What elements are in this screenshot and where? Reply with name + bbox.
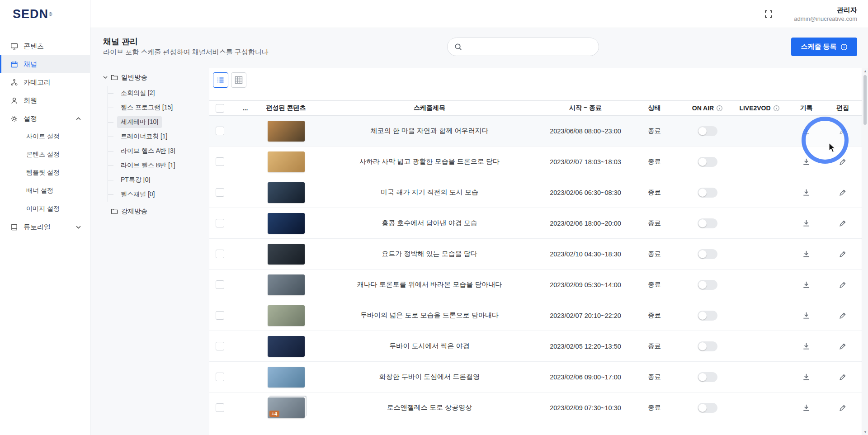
- row-status: 종료: [624, 219, 685, 227]
- row-checkbox[interactable]: [216, 280, 224, 289]
- info-icon[interactable]: [716, 105, 723, 112]
- tree-item[interactable]: 소회의실 [2]: [108, 86, 203, 100]
- schedule-register-button[interactable]: 스케줄 등록: [791, 38, 857, 56]
- row-thumbnail[interactable]: [268, 121, 305, 142]
- table-row[interactable]: 체코의 한 마을 자연과 함께 어우러지다 2023/06/08 08:00~2…: [209, 116, 862, 147]
- row-title: 요트가 정박해 있는 모습을 담다: [312, 250, 547, 258]
- edit-button[interactable]: [837, 156, 849, 168]
- row-checkbox[interactable]: [216, 250, 224, 258]
- record-download-button[interactable]: [800, 125, 812, 137]
- onair-toggle[interactable]: [698, 403, 717, 413]
- row-checkbox[interactable]: [216, 219, 224, 227]
- tree-root-general[interactable]: 일반방송: [103, 72, 203, 82]
- record-download-button[interactable]: [800, 371, 812, 383]
- sidebar-sub-item-label: 콘텐츠 설정: [26, 151, 60, 159]
- onair-toggle[interactable]: [698, 280, 717, 290]
- tree-root-forced[interactable]: 강제방송: [103, 206, 203, 216]
- row-thumbnail[interactable]: [268, 305, 305, 326]
- row-thumbnail[interactable]: +4: [268, 397, 305, 418]
- row-thumbnail[interactable]: [268, 367, 305, 388]
- column-header-ellipsis[interactable]: ...: [231, 104, 260, 112]
- grid-view-button[interactable]: [231, 72, 246, 88]
- edit-button[interactable]: [837, 402, 849, 414]
- row-checkbox[interactable]: [216, 127, 224, 135]
- tree-item[interactable]: PT특강 [0]: [108, 173, 203, 187]
- row-checkbox[interactable]: [216, 311, 224, 320]
- sidebar-sub-item[interactable]: 배너 설정: [0, 182, 90, 200]
- search-input[interactable]: [466, 38, 599, 56]
- edit-button[interactable]: [837, 340, 849, 352]
- table-row[interactable]: 두바이 도시에서 찍은 야경 2023/02/05 12:20~13:50 종료: [209, 331, 862, 362]
- table-row[interactable]: 미국 해가 지기 직전의 도시 모습 2023/02/06 06:30~08:3…: [209, 177, 862, 208]
- table-row[interactable]: 화창한 두바이 도심에서 드론촬영 2023/02/06 09:00~17:00…: [209, 362, 862, 392]
- pencil-icon: [839, 250, 847, 258]
- table-row[interactable]: 두바이의 넓은 도로 모습을 드론으로 담아내다 2023/02/07 20:1…: [209, 300, 862, 331]
- tree-item[interactable]: 헬스채널 [0]: [108, 187, 203, 202]
- tree-item[interactable]: 세계테마 [10]: [108, 115, 203, 129]
- row-checkbox[interactable]: [216, 188, 224, 197]
- edit-button[interactable]: [837, 218, 849, 229]
- scrollbar-thumb[interactable]: [863, 75, 867, 125]
- table-row[interactable]: 홍콩 호수에서 담아낸 야경 모습 2023/02/06 18:00~20:00…: [209, 208, 862, 239]
- edit-button[interactable]: [837, 187, 849, 199]
- onair-toggle[interactable]: [698, 372, 717, 382]
- record-download-button[interactable]: [800, 248, 812, 260]
- table-header-row: ... 편성된 콘텐츠 스케줄제목 시작 ~ 종료 상태 ON AIR LIVE…: [209, 100, 862, 116]
- record-download-button[interactable]: [800, 402, 812, 414]
- table-row[interactable]: 사하라 사막 넓고 광활한 모습을 드론으로 담다 2023/02/07 18:…: [209, 147, 862, 177]
- sidebar-item-category[interactable]: 카테고리: [0, 73, 90, 91]
- row-checkbox[interactable]: [216, 157, 224, 166]
- onair-toggle[interactable]: [698, 126, 717, 136]
- row-thumbnail[interactable]: [268, 244, 305, 265]
- edit-button[interactable]: [837, 248, 849, 260]
- row-thumbnail[interactable]: [268, 182, 305, 203]
- scroll-down-arrow[interactable]: ▼: [862, 429, 868, 435]
- sidebar-sub-item[interactable]: 콘텐츠 설정: [0, 146, 90, 164]
- row-checkbox[interactable]: [216, 373, 224, 381]
- tree-item[interactable]: 라이브 헬스 A반 [3]: [108, 144, 203, 158]
- info-icon[interactable]: [773, 105, 780, 112]
- record-download-button[interactable]: [800, 217, 812, 229]
- record-download-button[interactable]: [800, 340, 812, 352]
- onair-toggle[interactable]: [698, 188, 717, 198]
- record-download-button[interactable]: [800, 309, 812, 322]
- record-download-button[interactable]: [800, 156, 812, 168]
- sidebar-sub-item[interactable]: 템플릿 설정: [0, 164, 90, 182]
- download-icon: [802, 127, 811, 135]
- onair-toggle[interactable]: [698, 249, 717, 259]
- scroll-up-arrow[interactable]: ▲: [862, 68, 868, 74]
- edit-button[interactable]: [837, 310, 849, 322]
- sidebar-item-contents[interactable]: 콘텐츠: [0, 37, 90, 55]
- onair-toggle[interactable]: [698, 311, 717, 321]
- tree-item[interactable]: 헬스 프로그램 [15]: [108, 100, 203, 115]
- table-row[interactable]: +4 로스앤젤레스 도로 상공영상 2023/02/09 07:30~10:30…: [209, 392, 862, 423]
- sidebar-item-settings[interactable]: 설정: [0, 109, 90, 128]
- record-download-button[interactable]: [800, 186, 812, 199]
- select-all-checkbox[interactable]: [216, 104, 224, 113]
- onair-toggle[interactable]: [698, 218, 717, 228]
- table-row[interactable]: 캐나다 토론토를 위에서 바라본 모습을 담아내다 2023/02/09 05:…: [209, 270, 862, 300]
- row-checkbox[interactable]: [216, 403, 224, 412]
- edit-button[interactable]: [837, 125, 849, 137]
- edit-button[interactable]: [837, 371, 849, 383]
- sidebar-item-tutorial[interactable]: 튜토리얼: [0, 218, 90, 236]
- tree-item[interactable]: 트레이너코칭 [1]: [108, 129, 203, 144]
- sidebar-sub-item[interactable]: 사이트 설정: [0, 128, 90, 146]
- table-row[interactable]: 요트가 정박해 있는 모습을 담다 2023/02/10 04:30~18:30…: [209, 239, 862, 270]
- column-header-content: 편성된 콘텐츠: [260, 104, 312, 112]
- row-checkbox[interactable]: [216, 342, 224, 350]
- onair-toggle[interactable]: [698, 157, 717, 167]
- row-thumbnail[interactable]: [268, 151, 305, 172]
- row-thumbnail[interactable]: [268, 274, 305, 295]
- onair-toggle[interactable]: [698, 341, 717, 351]
- edit-button[interactable]: [837, 279, 849, 291]
- record-download-button[interactable]: [800, 279, 812, 291]
- fullscreen-button[interactable]: [764, 9, 773, 19]
- sidebar-item-members[interactable]: 회원: [0, 91, 90, 109]
- row-thumbnail[interactable]: [268, 336, 305, 357]
- sidebar-sub-item[interactable]: 이미지 설정: [0, 200, 90, 218]
- tree-item[interactable]: 라이브 헬스 B반 [1]: [108, 158, 203, 173]
- row-thumbnail[interactable]: [268, 213, 305, 234]
- list-view-button[interactable]: [213, 72, 228, 88]
- sidebar-item-channel[interactable]: 채널: [0, 55, 90, 73]
